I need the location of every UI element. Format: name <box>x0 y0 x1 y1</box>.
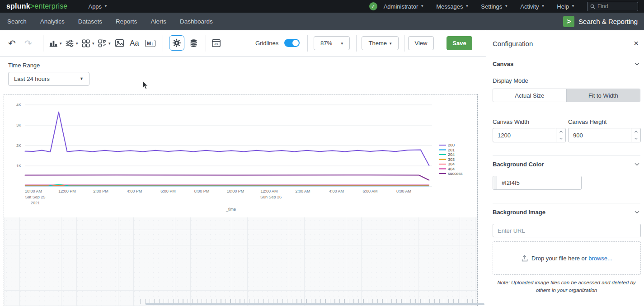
add-layout-button[interactable]: ▾ <box>81 38 94 48</box>
sliders-icon <box>65 38 75 48</box>
toggle-knob <box>292 40 299 46</box>
canvas-section-header[interactable]: Canvas <box>493 61 640 67</box>
chevron-down-icon: ▾ <box>108 41 111 46</box>
nav-item-datasets[interactable]: Datasets <box>78 18 102 25</box>
logo-splunk-text: splunk <box>6 2 30 10</box>
search-icon <box>590 4 595 9</box>
apps-menu[interactable]: Apps ▼ <box>88 3 108 10</box>
save-button[interactable]: Save <box>447 36 472 50</box>
undo-button[interactable]: ↶ <box>8 39 16 48</box>
chart-widget[interactable]: 1K2K3K4K10:00 AMSat Sep 25202112:00 PM2:… <box>4 94 477 217</box>
search-reporting-app-icon[interactable]: > <box>563 16 574 27</box>
nav-item-reports[interactable]: Reports <box>116 18 137 25</box>
background-color-section-header[interactable]: Background Color <box>493 161 640 168</box>
settings-menu-label: Settings <box>481 3 502 10</box>
svg-text:4:00 AM: 4:00 AM <box>329 189 344 193</box>
find-input[interactable] <box>597 3 634 9</box>
settings-menu[interactable]: Settings▼ <box>481 3 508 10</box>
chevron-down-icon: ▾ <box>92 41 94 46</box>
status-check-avatar[interactable]: ✓ <box>369 2 377 10</box>
dashboard-canvas[interactable]: 1K2K3K4K10:00 AMSat Sep 25202112:00 PM2:… <box>4 94 478 306</box>
apps-menu-label: Apps <box>88 3 102 10</box>
bar-chart-icon <box>48 38 58 48</box>
add-image-button[interactable] <box>114 38 125 48</box>
administrator-menu[interactable]: Administrator▼ <box>384 3 424 10</box>
add-chart-button[interactable]: ▾ <box>48 38 62 48</box>
chevron-down-icon: ▼ <box>420 5 424 8</box>
stepper-down-button[interactable] <box>631 135 640 142</box>
save-button-label: Save <box>452 40 466 47</box>
upload-note: Note: Uploaded image files can be access… <box>493 279 640 294</box>
view-button[interactable]: View <box>408 36 434 50</box>
background-image-section-header[interactable]: Background Image <box>493 209 640 216</box>
svg-text:3K: 3K <box>16 123 21 127</box>
gridlines-toggle[interactable] <box>284 39 300 47</box>
browse-link[interactable]: browse... <box>588 255 612 262</box>
chevron-down-icon: ▼ <box>541 5 545 8</box>
database-icon <box>188 38 199 48</box>
horizontal-scrollbar[interactable] <box>146 303 484 305</box>
background-image-url-input[interactable] <box>493 224 641 237</box>
chevron-down-icon: ▾ <box>341 41 343 46</box>
chevron-down-icon <box>635 161 639 166</box>
nav-item-alerts[interactable]: Alerts <box>150 18 166 25</box>
redo-button[interactable]: ↷ <box>24 39 32 48</box>
text-icon: Aa <box>130 39 139 48</box>
svg-text:2:00 PM: 2:00 PM <box>93 189 108 193</box>
configuration-panel-button[interactable] <box>169 35 184 51</box>
svg-text:2021: 2021 <box>31 201 40 205</box>
theme-label: Theme <box>369 40 387 47</box>
app-navigation-bar: Search Analytics Datasets Reports Alerts… <box>0 13 644 30</box>
chevron-down-icon <box>635 209 639 214</box>
display-mode-actual-size[interactable]: Actual Size <box>493 89 567 102</box>
configuration-title: Configuration <box>493 40 533 47</box>
canvas-height-field <box>568 128 641 142</box>
time-range-value: Last 24 hours <box>14 75 50 82</box>
time-range-dropdown[interactable]: Last 24 hours ▼ <box>8 72 89 86</box>
stepper-up-button[interactable] <box>556 128 565 135</box>
view-button-label: View <box>415 40 428 47</box>
gridlines-label: Gridlines <box>255 30 278 56</box>
zoom-level-dropdown[interactable]: 87%▾ <box>314 36 350 50</box>
canvas-height-input[interactable] <box>569 128 630 142</box>
splunk-enterprise-logo[interactable]: splunk>enterprise <box>6 2 67 10</box>
background-color-input[interactable] <box>497 176 581 189</box>
add-input-control-button[interactable]: ▾ <box>65 38 78 48</box>
svg-text:404: 404 <box>448 167 455 171</box>
stepper-down-button[interactable] <box>556 135 565 142</box>
svg-text:2K: 2K <box>16 143 21 148</box>
find-search-box[interactable] <box>587 2 638 11</box>
canvas-width-stepper <box>556 128 565 142</box>
nav-item-dashboards[interactable]: Dashboards <box>180 18 213 25</box>
logo-product-text: enterprise <box>34 2 67 10</box>
app-name: Search & Reporting <box>578 18 638 25</box>
source-code-button[interactable]: </> <box>211 38 221 48</box>
nav-item-search[interactable]: Search <box>7 18 27 25</box>
grid-icon <box>81 38 91 48</box>
nav-item-analytics[interactable]: Analytics <box>40 18 65 25</box>
display-mode-fit-to-width[interactable]: Fit to Width <box>567 89 640 102</box>
stepper-up-button[interactable] <box>631 128 640 135</box>
add-shape-button[interactable]: ▾ <box>97 38 111 48</box>
administrator-menu-label: Administrator <box>384 3 418 10</box>
canvas-width-input[interactable] <box>493 128 555 142</box>
svg-text:8:00 PM: 8:00 PM <box>194 189 210 193</box>
add-markdown-button[interactable]: M↓ <box>145 40 155 47</box>
file-drop-zone[interactable]: Drop your file here or browse... <box>493 241 641 275</box>
canvas-width-field <box>493 128 566 142</box>
close-icon[interactable]: × <box>634 39 639 47</box>
svg-text:304: 304 <box>448 162 455 166</box>
svg-text:8:00 AM: 8:00 AM <box>396 189 411 193</box>
time-range-label: Time Range <box>8 62 40 69</box>
help-menu[interactable]: Help▼ <box>557 3 575 10</box>
color-swatch[interactable] <box>493 176 497 189</box>
editor-toolbar: ↶ ↷ ▾ ▾ ▾ ▾ Aa M↓ <box>0 30 486 56</box>
activity-menu[interactable]: Activity▼ <box>520 3 545 10</box>
messages-menu[interactable]: Messages▼ <box>436 3 469 10</box>
chevron-down-icon: ▾ <box>60 41 62 46</box>
data-sources-button[interactable] <box>188 38 199 48</box>
svg-text:6:00 AM: 6:00 AM <box>362 189 377 193</box>
add-text-button[interactable]: Aa <box>130 39 139 48</box>
top-navigation-bar: splunk>enterprise Apps ▼ ✓ Administrator… <box>0 0 644 13</box>
theme-dropdown[interactable]: Theme▾ <box>362 36 399 50</box>
